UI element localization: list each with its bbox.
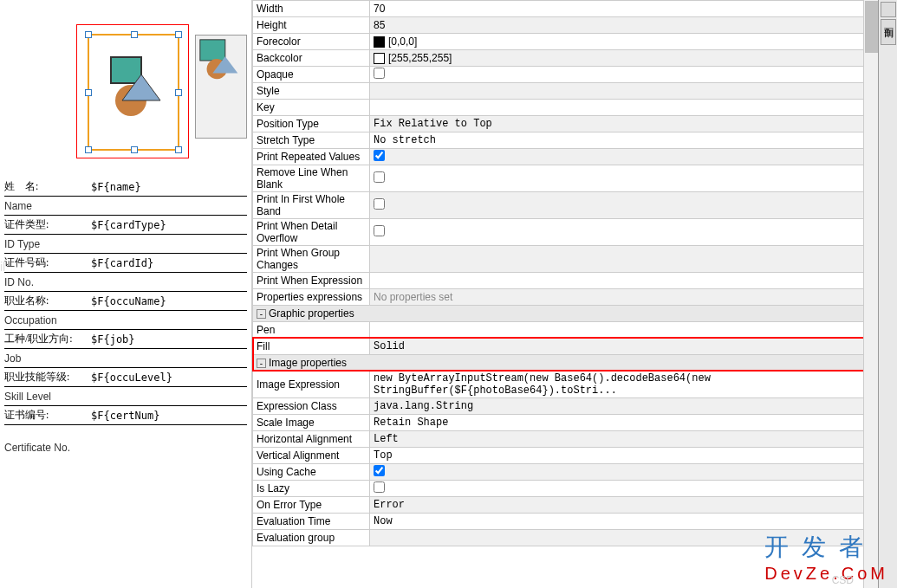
prop-imgexpr-label: Image Expression — [253, 372, 370, 398]
prop-onerror-label: On Error Type — [253, 497, 370, 514]
prop-evaltime-label: Evaluation Time — [253, 514, 370, 530]
prop-propsexpr-value[interactable]: No properties set... — [370, 289, 897, 306]
certnum-en: Certificate No. — [4, 438, 247, 457]
prop-evalgroup-label: Evaluation group — [253, 530, 370, 546]
watermark-faded: il — [0, 260, 5, 274]
prop-printgroup-value[interactable]: ▾ — [370, 246, 897, 273]
prop-imgexpr-value[interactable]: new ByteArrayInputStream(new Base64().de… — [370, 372, 897, 398]
cache-checkbox[interactable] — [374, 465, 385, 476]
prop-key-value[interactable] — [370, 100, 897, 116]
prop-opaque-value[interactable] — [370, 67, 897, 83]
opaque-checkbox[interactable] — [374, 68, 385, 79]
prop-scaleimg-label: Scale Image — [253, 415, 370, 431]
prop-printoverflow-label: Print When Detail Overflow — [253, 219, 370, 246]
prop-valign-value[interactable]: Top▾ — [370, 448, 897, 464]
name-label: 姓 名: — [4, 179, 91, 194]
prop-stretchtype-label: Stretch Type — [253, 132, 370, 149]
prop-printexpr-value[interactable]: ... — [370, 273, 897, 289]
image-placeholder-icon — [107, 53, 167, 131]
occuname-value[interactable]: $F{occuName} — [91, 295, 166, 307]
prop-backcolor-label: Backcolor — [253, 50, 370, 67]
printrepeat-checkbox[interactable] — [374, 150, 385, 161]
prop-removeblank-label: Remove Line When Blank — [253, 165, 370, 192]
prop-style-label: Style — [253, 83, 370, 100]
prop-printfirst-label: Print In First Whole Band — [253, 192, 370, 219]
scroll-thumb[interactable] — [865, 1, 878, 53]
certnum-value[interactable]: $F{certNum} — [91, 410, 159, 422]
job-label: 工种/职业方向: — [4, 332, 91, 346]
prop-pen-label: Pen — [253, 322, 370, 339]
image-group-header[interactable]: -Image properties — [253, 355, 897, 372]
occuname-en: Occupation — [4, 311, 247, 330]
prop-height-value[interactable]: 85 — [370, 17, 897, 34]
occulevel-label: 职业技能等级: — [4, 370, 91, 384]
prop-onerror-value[interactable]: Error▾ — [370, 497, 897, 514]
prop-printrepeat-value[interactable] — [370, 149, 897, 165]
printoverflow-checkbox[interactable] — [374, 225, 385, 236]
cardtype-en: ID Type — [4, 235, 247, 254]
prop-width-label: Width — [253, 1, 370, 17]
name-value[interactable]: $F{name} — [91, 181, 141, 193]
certnum-label: 证书编号: — [4, 408, 91, 423]
lazy-checkbox[interactable] — [374, 481, 385, 493]
prop-fill-label: Fill — [253, 339, 370, 355]
collapse-icon[interactable]: - — [257, 309, 266, 319]
cardid-en: ID No. — [4, 273, 247, 292]
side-button-1[interactable] — [881, 2, 896, 17]
scrollbar[interactable] — [863, 0, 878, 588]
prop-printrepeat-label: Print Repeated Values — [253, 149, 370, 165]
cardid-label: 证件号码: — [4, 255, 91, 270]
prop-removeblank-value[interactable] — [370, 165, 897, 192]
prop-width-value[interactable]: 70 — [370, 1, 897, 17]
prop-exprclass-label: Expression Class — [253, 398, 370, 415]
prop-evaltime-value[interactable]: Now▾ — [370, 514, 897, 530]
occulevel-en: Skill Level — [4, 387, 247, 406]
prop-fill-value[interactable]: Solid▾ — [370, 339, 897, 355]
prop-forecolor-value[interactable]: [0,0,0]... — [370, 34, 897, 50]
svg-rect-3 — [111, 57, 141, 83]
printfirst-checkbox[interactable] — [374, 198, 385, 210]
prop-postype-value[interactable]: Fix Relative to Top▾ — [370, 116, 897, 132]
cardid-value[interactable]: $F{cardId} — [91, 257, 153, 269]
watermark: 开 发 者 DevZe.CoM — [764, 531, 888, 584]
prop-cache-label: Using Cache — [253, 464, 370, 481]
collapse-icon[interactable]: - — [257, 359, 266, 368]
removeblank-checkbox[interactable] — [374, 171, 385, 183]
prop-postype-label: Position Type — [253, 116, 370, 132]
occulevel-value[interactable]: $F{occuLevel} — [91, 372, 172, 384]
prop-printexpr-label: Print When Expression — [253, 273, 370, 289]
prop-lazy-label: Is Lazy — [253, 481, 370, 497]
prop-forecolor-label: Forecolor — [253, 34, 370, 50]
csdn-mark: CSD — [832, 574, 854, 586]
properties-panel: Width70 Height85 Forecolor[0,0,0]... Bac… — [251, 0, 897, 588]
prop-halign-label: Horizontal Alignment — [253, 431, 370, 448]
prop-printgroup-label: Print When Group Changes — [253, 246, 370, 273]
prop-lazy-value[interactable] — [370, 481, 897, 497]
side-button-2[interactable]: 剖面 — [881, 19, 896, 45]
prop-backcolor-value[interactable]: [255,255,255]... — [370, 50, 897, 67]
image-element-selected[interactable] — [76, 24, 189, 158]
prop-printfirst-value[interactable] — [370, 192, 897, 219]
prop-pen-value[interactable]: ... — [370, 322, 897, 339]
prop-scaleimg-value[interactable]: Retain Shape▾ — [370, 415, 897, 431]
prop-style-value[interactable]: ▾ — [370, 83, 897, 100]
graphic-group-header[interactable]: -Graphic properties — [253, 306, 897, 322]
prop-opaque-label: Opaque — [253, 67, 370, 83]
occuname-label: 职业名称: — [4, 294, 91, 308]
cardtype-value[interactable]: $F{cardType} — [91, 219, 166, 231]
prop-exprclass-value[interactable]: java.lang.String▾... — [370, 398, 897, 415]
name-en: Name — [4, 197, 247, 216]
svg-rect-0 — [200, 40, 225, 61]
prop-stretchtype-value[interactable]: No stretch▾ — [370, 132, 897, 149]
prop-propsexpr-label: Properties expressions — [253, 289, 370, 306]
prop-halign-value[interactable]: Left▾ — [370, 431, 897, 448]
side-toolbar: 剖面 — [878, 0, 897, 588]
prop-key-label: Key — [253, 100, 370, 116]
job-value[interactable]: $F{job} — [91, 333, 135, 346]
prop-cache-value[interactable] — [370, 464, 897, 481]
prop-height-label: Height — [253, 17, 370, 34]
prop-valign-label: Vertical Alignment — [253, 448, 370, 464]
prop-printoverflow-value[interactable] — [370, 219, 897, 246]
cardtype-label: 证件类型: — [4, 217, 91, 232]
job-en: Job — [4, 349, 247, 368]
